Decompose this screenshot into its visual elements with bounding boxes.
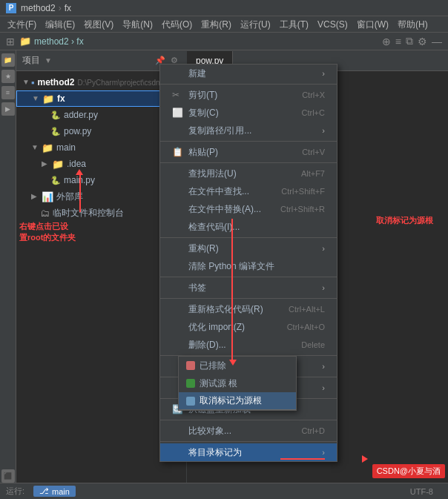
arrowhead-right-annot bbox=[362, 455, 368, 463]
breadcrumb-expand-icon[interactable]: ≡ bbox=[395, 36, 401, 47]
tree-label-extlib: 外部库 bbox=[56, 191, 83, 203]
ctx-new[interactable]: 新建 › bbox=[160, 65, 337, 82]
folder-method2-icon: ▪ bbox=[31, 77, 35, 88]
title-text: method2 bbox=[21, 3, 56, 13]
ctx-copypath-arrow: › bbox=[322, 126, 325, 135]
ctx-clearpyc[interactable]: 清除 Python 编译文件 bbox=[160, 257, 337, 275]
menu-bar: 文件(F) 编辑(E) 视图(V) 导航(N) 代码(O) 重构(R) 运行(U… bbox=[0, 16, 448, 33]
folder-fx-icon: 📁 bbox=[42, 93, 54, 105]
folder-nav-icon: 📁 bbox=[19, 36, 31, 47]
ctx-new-arrow: › bbox=[322, 69, 325, 78]
file-mainpy-icon: 🐍 bbox=[50, 176, 61, 185]
ctx-refactor[interactable]: 重构(R) › bbox=[160, 239, 337, 257]
right-annotation: 取消标记为源根 bbox=[376, 215, 433, 226]
ctx-refactor-arrow: › bbox=[322, 244, 325, 253]
tree-label-main: main bbox=[56, 142, 76, 153]
menu-run[interactable]: 运行(U) bbox=[236, 16, 275, 33]
toolbar-project-icon[interactable]: 📁 bbox=[1, 53, 15, 67]
menu-edit[interactable]: 编辑(E) bbox=[41, 16, 79, 33]
arrow-icon-extlib: ▶ bbox=[31, 192, 40, 201]
ctx-sep11 bbox=[160, 441, 337, 442]
ctx-findusage[interactable]: 查找用法(U) Alt+F7 bbox=[160, 165, 337, 182]
ctx-sep1 bbox=[160, 84, 337, 85]
ctx-sep2 bbox=[160, 141, 337, 142]
menu-window[interactable]: 窗口(W) bbox=[352, 16, 393, 33]
menu-vcs[interactable]: VCS(S) bbox=[313, 16, 352, 33]
sidebar-dropdown-icon[interactable]: ▼ bbox=[45, 56, 52, 65]
red-arrow-right-h bbox=[280, 458, 325, 460]
ctx-paste[interactable]: 📋 粘贴(P) Ctrl+V bbox=[160, 143, 337, 161]
ctx-replaceinfiles[interactable]: 在文件中替换(A)... Ctrl+Shift+R bbox=[160, 200, 337, 218]
menu-help[interactable]: 帮助(H) bbox=[393, 16, 432, 33]
tree-label-scratch: 临时文件和控制台 bbox=[53, 207, 124, 219]
menu-navigate[interactable]: 导航(N) bbox=[118, 16, 157, 33]
ctx-copy-path[interactable]: 复制路径/引用... › bbox=[160, 122, 337, 139]
breadcrumb-split-icon[interactable]: ⧉ bbox=[406, 35, 413, 47]
ctx-openin-arrow: › bbox=[322, 362, 325, 371]
sub-item-source[interactable]: 取消标记为源根 bbox=[179, 392, 296, 410]
left-annotation: 右键点击已设 置root的文件夹 bbox=[19, 221, 76, 244]
title-bar: P method2 › fx bbox=[0, 0, 448, 16]
toolbar-terminal-icon[interactable]: ⬛ bbox=[1, 469, 15, 483]
toolbar-structure-icon[interactable]: ≡ bbox=[1, 86, 15, 99]
tree-label-idea: .idea bbox=[67, 159, 86, 169]
sub-item-test[interactable]: 测试源 根 bbox=[179, 374, 296, 392]
ctx-sep4 bbox=[160, 237, 337, 238]
folder-idea-icon: 📁 bbox=[52, 159, 64, 170]
menu-tools[interactable]: 工具(T) bbox=[275, 16, 313, 33]
app-icon: P bbox=[6, 3, 16, 13]
ctx-bookmark[interactable]: 书签 › bbox=[160, 279, 337, 297]
ctx-paste-icon: 📋 bbox=[172, 147, 184, 157]
bottom-branch[interactable]: ⎇ main bbox=[33, 486, 76, 497]
ctx-markdir-arrow: › bbox=[322, 448, 325, 457]
tree-label-mainpy: main.py bbox=[64, 175, 95, 185]
bottom-run-label: 运行: bbox=[6, 486, 24, 497]
tree-label-pow: pow.py bbox=[64, 126, 91, 136]
folder-main-icon: 📁 bbox=[42, 142, 53, 153]
tree-label-adder: adder.py bbox=[64, 110, 98, 120]
red-arrow-right-v bbox=[231, 219, 233, 363]
file-adder-icon: 🐍 bbox=[50, 110, 61, 120]
ctx-inspectcode[interactable]: 检查代码(I)... bbox=[160, 218, 337, 236]
breadcrumb-icon: ⊞ bbox=[6, 36, 15, 47]
left-toolbar: 📁 ★ ≡ ▶ ⬛ bbox=[0, 50, 16, 483]
toolbar-run-icon[interactable]: ▶ bbox=[1, 102, 15, 116]
branch-name: main bbox=[52, 487, 70, 496]
excluded-color-dot bbox=[186, 361, 195, 370]
title-sep: › bbox=[59, 3, 62, 13]
ctx-copy[interactable]: ⬜ 复制(C) Ctrl+C bbox=[160, 104, 337, 122]
watermark: CSDN@小夏与酒 bbox=[372, 464, 445, 478]
breadcrumb-bar: ⊞ 📁 method2 › fx ⊕ ≡ ⧉ ⚙ — bbox=[0, 33, 448, 50]
title-folder: fx bbox=[65, 3, 71, 13]
extlib-icon: 📊 bbox=[42, 191, 53, 202]
scratch-icon: 🗂 bbox=[40, 208, 50, 219]
menu-view[interactable]: 视图(V) bbox=[79, 16, 118, 33]
sub-menu: 已排除 测试源 根 取消标记为源根 bbox=[178, 356, 297, 411]
breadcrumb-settings-icon[interactable]: ⚙ bbox=[418, 36, 427, 47]
ctx-findinfiles[interactable]: 在文件中查找... Ctrl+Shift+F bbox=[160, 182, 337, 200]
ctx-reformat[interactable]: 重新格式化代码(R) Ctrl+Alt+L bbox=[160, 300, 337, 318]
ctx-sep10 bbox=[160, 420, 337, 420]
ctx-cut[interactable]: ✂ 剪切(T) Ctrl+X bbox=[160, 86, 337, 104]
menu-code[interactable]: 代码(O) bbox=[157, 16, 197, 33]
menu-file[interactable]: 文件(F) bbox=[3, 16, 41, 33]
git-branch-icon: ⎇ bbox=[39, 486, 49, 496]
arrow-icon-main: ▼ bbox=[31, 143, 40, 152]
arrowhead-down-right bbox=[229, 360, 237, 366]
tree-label-fx: fx bbox=[57, 93, 65, 104]
menu-refactor[interactable]: 重构(R) bbox=[197, 16, 236, 33]
sub-item-excluded[interactable]: 已排除 bbox=[179, 357, 296, 374]
breadcrumb-sync-icon[interactable]: ⊕ bbox=[382, 36, 391, 47]
ctx-optimizeimport[interactable]: 优化 import(Z) Ctrl+Alt+O bbox=[160, 318, 337, 336]
ctx-delete[interactable]: 删除(D)... Delete bbox=[160, 336, 337, 354]
ctx-compare[interactable]: 比较对象... Ctrl+D bbox=[160, 422, 337, 440]
bottom-encoding: UTF-8 bbox=[410, 487, 433, 496]
breadcrumb-minimize-icon[interactable]: — bbox=[432, 36, 442, 47]
source-color-dot bbox=[186, 397, 195, 406]
toolbar-bookmark-icon[interactable]: ★ bbox=[1, 70, 15, 83]
ctx-sep3 bbox=[160, 162, 337, 163]
breadcrumb: method2 › fx bbox=[34, 36, 84, 47]
tree-label-method2: method2 bbox=[38, 77, 75, 87]
ctx-copy-icon: ⬜ bbox=[172, 108, 184, 118]
ctx-bookmark-arrow: › bbox=[322, 283, 325, 292]
